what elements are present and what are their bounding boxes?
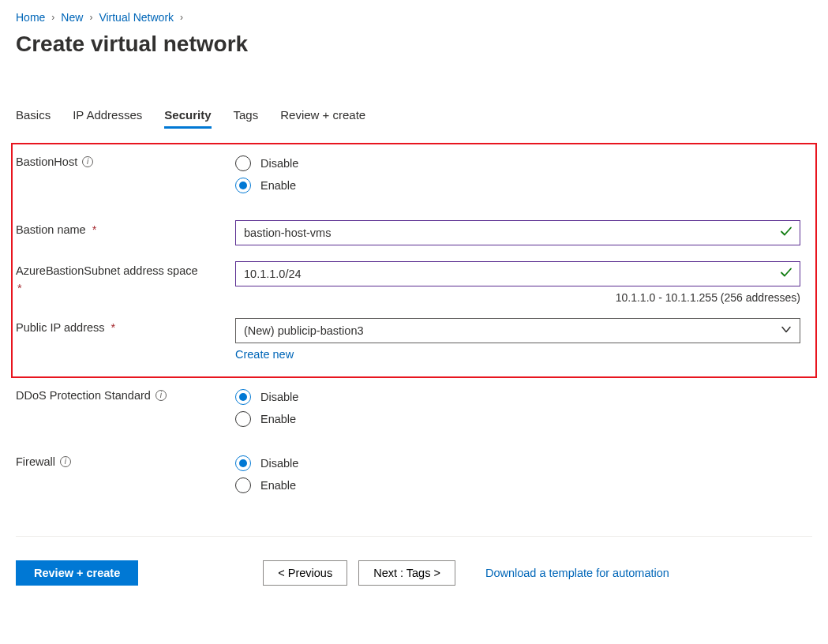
firewall-label: Firewall i bbox=[16, 452, 235, 468]
next-button[interactable]: Next : Tags > bbox=[358, 560, 455, 586]
firewall-enable[interactable]: Enable bbox=[235, 474, 812, 496]
firewall-disable[interactable]: Disable bbox=[235, 452, 812, 474]
bastion-subnet-label-text: AzureBastionSubnet address space bbox=[16, 264, 198, 277]
footer-bar: Review + create < Previous Next : Tags >… bbox=[16, 536, 812, 586]
info-icon[interactable]: i bbox=[82, 156, 93, 167]
ddos-disable[interactable]: Disable bbox=[235, 386, 812, 408]
bastion-subnet-label: AzureBastionSubnet address space * bbox=[16, 261, 235, 294]
public-ip-select[interactable]: (New) publicip-bastion3 bbox=[235, 318, 800, 343]
create-new-link[interactable]: Create new bbox=[235, 348, 294, 361]
breadcrumb-new[interactable]: New bbox=[61, 11, 83, 24]
radio-label: Enable bbox=[260, 179, 296, 192]
breadcrumb-home[interactable]: Home bbox=[16, 11, 45, 24]
radio-checked-icon bbox=[235, 455, 251, 471]
ddos-enable[interactable]: Enable bbox=[235, 408, 812, 430]
bastion-host-label: BastionHost i bbox=[16, 152, 235, 168]
chevron-right-icon: › bbox=[89, 12, 92, 23]
bastion-name-label: Bastion name * bbox=[16, 220, 235, 236]
public-ip-label: Public IP address * bbox=[16, 318, 235, 334]
bastion-host-label-text: BastionHost bbox=[16, 155, 77, 168]
tab-tags[interactable]: Tags bbox=[234, 108, 259, 129]
radio-checked-icon bbox=[235, 389, 251, 405]
tab-basics[interactable]: Basics bbox=[16, 108, 51, 129]
bastion-host-enable[interactable]: Enable bbox=[235, 174, 807, 197]
tab-ip-addresses[interactable]: IP Addresses bbox=[73, 108, 142, 129]
required-asterisk: * bbox=[92, 223, 97, 236]
chevron-down-icon bbox=[781, 324, 792, 338]
download-template-link[interactable]: Download a template for automation bbox=[485, 567, 669, 579]
bastion-name-label-text: Bastion name bbox=[16, 223, 86, 236]
review-create-button[interactable]: Review + create bbox=[16, 560, 138, 586]
tab-security[interactable]: Security bbox=[164, 108, 211, 129]
bastion-subnet-hint: 10.1.1.0 - 10.1.1.255 (256 addresses) bbox=[235, 291, 800, 304]
chevron-right-icon: › bbox=[180, 12, 183, 23]
info-icon[interactable]: i bbox=[155, 390, 167, 401]
breadcrumb: Home › New › Virtual Network › bbox=[16, 11, 812, 24]
public-ip-label-text: Public IP address bbox=[16, 321, 105, 334]
previous-button[interactable]: < Previous bbox=[263, 560, 347, 586]
tabs: Basics IP Addresses Security Tags Review… bbox=[16, 108, 812, 129]
required-asterisk: * bbox=[111, 321, 116, 334]
bastion-host-disable[interactable]: Disable bbox=[235, 152, 807, 174]
ddos-label: DDoS Protection Standard i bbox=[16, 386, 235, 402]
info-icon[interactable]: i bbox=[60, 456, 71, 467]
radio-icon bbox=[235, 155, 251, 171]
chevron-right-icon: › bbox=[51, 12, 54, 23]
bastion-subnet-input[interactable] bbox=[235, 261, 800, 286]
firewall-label-text: Firewall bbox=[16, 455, 55, 468]
radio-label: Disable bbox=[260, 457, 298, 470]
required-asterisk: * bbox=[17, 282, 235, 294]
radio-label: Enable bbox=[260, 413, 296, 425]
public-ip-value: (New) publicip-bastion3 bbox=[244, 324, 364, 337]
breadcrumb-virtual-network[interactable]: Virtual Network bbox=[99, 11, 174, 24]
tab-review-create[interactable]: Review + create bbox=[280, 108, 365, 129]
radio-icon bbox=[235, 411, 251, 427]
radio-label: Enable bbox=[260, 479, 296, 492]
ddos-label-text: DDoS Protection Standard bbox=[16, 389, 151, 402]
radio-label: Disable bbox=[260, 391, 298, 403]
radio-icon bbox=[235, 477, 251, 493]
radio-label: Disable bbox=[260, 157, 298, 170]
bastion-name-input[interactable] bbox=[235, 220, 800, 245]
page-title: Create virtual network bbox=[16, 32, 812, 57]
bastion-section-highlight: BastionHost i Disable Enable Bastion nam… bbox=[11, 143, 817, 378]
radio-checked-icon bbox=[235, 178, 251, 193]
